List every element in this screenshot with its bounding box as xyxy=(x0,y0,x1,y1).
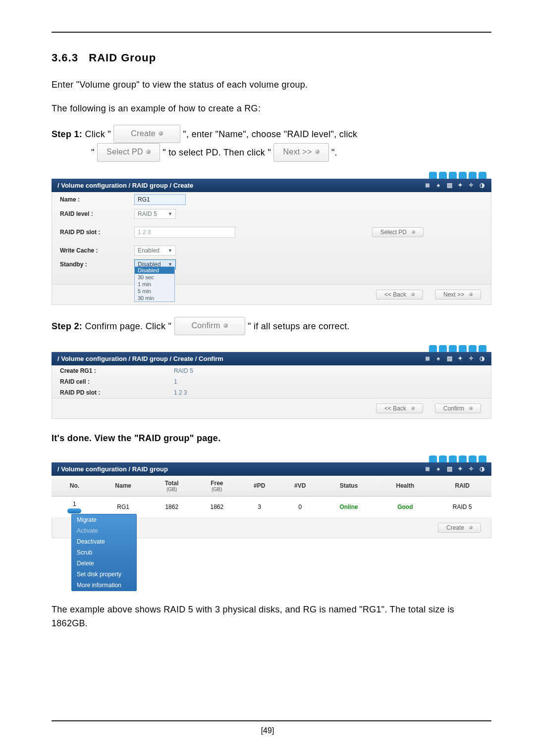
run-icon[interactable]: ✦ xyxy=(457,355,464,362)
ctx-migrate[interactable]: Migrate xyxy=(72,514,136,525)
back-button[interactable]: << Back xyxy=(376,403,423,413)
cell-status: Online xyxy=(321,496,377,517)
write-cache-label: Write Cache : xyxy=(60,247,134,254)
save-icon[interactable]: ▤ xyxy=(446,182,453,189)
button-dot-icon xyxy=(159,131,163,136)
panel-tab-icons xyxy=(52,172,491,179)
write-cache-select[interactable]: Enabled ▼ xyxy=(134,246,176,255)
standby-dropdown[interactable]: Disabled 30 sec 1 min 5 min 30 min xyxy=(134,266,175,302)
ctx-delete[interactable]: Delete xyxy=(72,558,136,569)
button-dot-icon xyxy=(469,293,473,296)
create-button-inline[interactable]: Create xyxy=(113,125,180,143)
user-icon[interactable]: ♠ xyxy=(435,182,442,189)
col-free: Free(GB) xyxy=(195,476,239,497)
back-button[interactable]: << Back xyxy=(376,290,423,300)
chevron-down-icon: ▼ xyxy=(168,248,172,253)
section-number: 3.6.3 xyxy=(52,51,78,64)
select-pd-button-inline[interactable]: Select PD xyxy=(97,143,160,161)
step2-label: Step 2: xyxy=(52,321,82,331)
user-icon[interactable]: ♠ xyxy=(435,465,442,472)
standby-option[interactable]: 30 min xyxy=(135,295,174,302)
section-heading: 3.6.3 RAID Group xyxy=(52,51,491,64)
save-icon[interactable]: ▤ xyxy=(446,465,453,472)
col-health: Health xyxy=(377,476,433,497)
step1-label: Step 1: xyxy=(52,129,82,139)
col-raid: RAID xyxy=(433,476,491,497)
cell-vd: 0 xyxy=(280,496,321,517)
raid-cell-value: 1 xyxy=(174,378,177,385)
button-dot-icon xyxy=(411,293,415,296)
create-rg-label: Create RG1 : xyxy=(60,367,174,374)
row-action-chip[interactable] xyxy=(67,508,81,513)
button-dot-icon xyxy=(223,323,228,328)
standby-option[interactable]: 30 sec xyxy=(135,274,174,281)
tools-icon[interactable]: ✧ xyxy=(468,355,475,362)
intro-1: Enter "Volume group" to view the status … xyxy=(52,78,491,92)
pd-slot-label: RAID PD slot : xyxy=(60,389,174,396)
list-icon[interactable]: ≣ xyxy=(424,465,431,472)
user-icon[interactable]: ♠ xyxy=(435,355,442,362)
ctx-activate: Activate xyxy=(72,525,136,536)
ctx-scrub[interactable]: Scrub xyxy=(72,547,136,558)
button-dot-icon xyxy=(146,150,151,154)
create-button[interactable]: Create xyxy=(438,523,481,533)
run-icon[interactable]: ✦ xyxy=(457,465,464,472)
cell-pd: 3 xyxy=(239,496,280,517)
breadcrumb: / Volume configuration / RAID group / Cr… xyxy=(57,182,193,189)
col-total: Total(GB) xyxy=(149,476,195,497)
panel-header: / Volume configuration / RAID group / Cr… xyxy=(52,179,491,192)
ctx-deactivate[interactable]: Deactivate xyxy=(72,536,136,547)
help-icon[interactable]: ◑ xyxy=(479,465,485,472)
col-name: Name xyxy=(98,476,149,497)
run-icon[interactable]: ✦ xyxy=(457,182,464,189)
select-pd-button[interactable]: Select PD xyxy=(372,227,424,237)
intro-2: The following is an example of how to cr… xyxy=(52,102,491,116)
name-label: Name : xyxy=(60,196,134,203)
create-rg-value: RAID 5 xyxy=(174,367,193,374)
done-text: It's done. View the "RAID group" page. xyxy=(52,432,491,446)
name-input[interactable]: RG1 xyxy=(134,194,186,205)
standby-option[interactable]: 5 min xyxy=(135,288,174,295)
row-context-menu[interactable]: Migrate Activate Deactivate Scrub Delete… xyxy=(71,514,137,591)
help-icon[interactable]: ◑ xyxy=(479,182,485,189)
screenshot-table-panel: / Volume configuration / RAID group ≣ ♠ … xyxy=(52,455,491,590)
standby-option[interactable]: Disabled xyxy=(135,267,174,274)
next-button-inline[interactable]: Next >> xyxy=(273,143,328,161)
raid-group-table: No. Name Total(GB) Free(GB) #PD #VD Stat… xyxy=(52,476,491,518)
cell-raid: RAID 5 xyxy=(433,496,491,517)
pd-slot-input[interactable]: 1 2 3 xyxy=(134,227,235,238)
screenshot-confirm-panel: / Volume configuration / RAID group / Cr… xyxy=(52,345,491,419)
save-icon[interactable]: ▤ xyxy=(446,355,453,362)
button-dot-icon xyxy=(412,230,415,234)
list-icon[interactable]: ≣ xyxy=(424,355,431,362)
confirm-button-inline[interactable]: Confirm xyxy=(174,317,245,335)
confirm-button[interactable]: Confirm xyxy=(435,403,481,413)
cell-total: 1862 xyxy=(149,496,195,517)
raid-cell-label: RAID cell : xyxy=(60,378,174,385)
breadcrumb: / Volume configuration / RAID group / Cr… xyxy=(57,355,223,362)
list-icon[interactable]: ≣ xyxy=(424,182,431,189)
help-icon[interactable]: ◑ xyxy=(479,355,485,362)
button-dot-icon xyxy=(315,150,320,154)
pd-slot-value: 1 2 3 xyxy=(174,389,187,396)
pd-slot-label: RAID PD slot : xyxy=(60,229,134,236)
tools-icon[interactable]: ✧ xyxy=(468,465,475,472)
standby-label: Standby : xyxy=(60,261,134,268)
page-number: [49] xyxy=(0,726,535,735)
col-pd: #PD xyxy=(239,476,280,497)
standby-option[interactable]: 1 min xyxy=(135,281,174,288)
next-button[interactable]: Next >> xyxy=(435,290,481,300)
breadcrumb: / Volume configuration / RAID group xyxy=(57,465,168,473)
tools-icon[interactable]: ✧ xyxy=(468,182,475,189)
col-vd: #VD xyxy=(280,476,321,497)
col-status: Status xyxy=(321,476,377,497)
raid-level-select[interactable]: RAID 5 ▼ xyxy=(134,209,176,219)
step-2-text: Step 2: Confirm page. Click " Confirm " … xyxy=(52,318,491,336)
cell-health: Good xyxy=(377,496,433,517)
ctx-more-info[interactable]: More information xyxy=(72,580,136,591)
ctx-set-disk-property[interactable]: Set disk property xyxy=(72,569,136,580)
step-1-text: Step 1: Click " Create ", enter "Name", … xyxy=(52,126,491,163)
raid-level-label: RAID level : xyxy=(60,210,134,217)
cell-free: 1862 xyxy=(195,496,239,517)
chevron-down-icon: ▼ xyxy=(168,211,172,216)
